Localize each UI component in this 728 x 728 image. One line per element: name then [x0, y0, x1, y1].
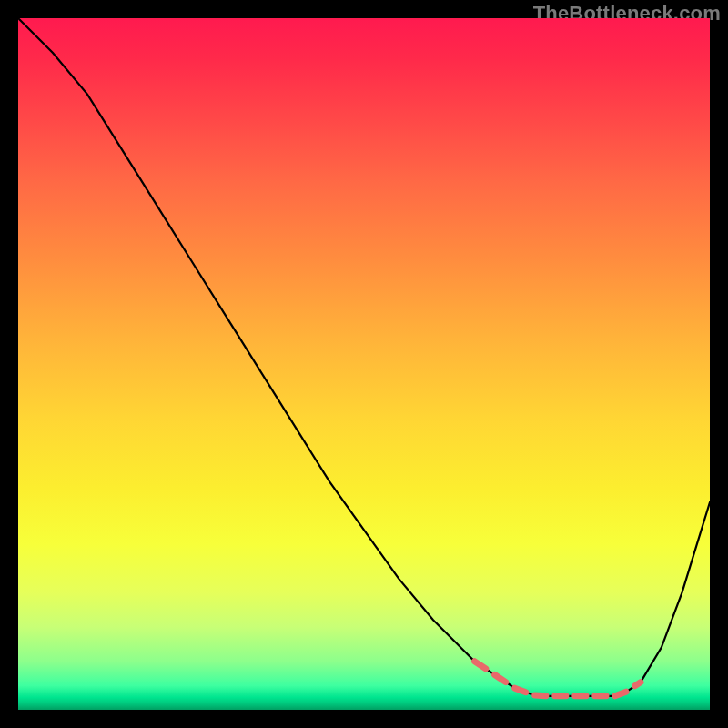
highlight-dash — [535, 695, 546, 696]
highlight-dash — [615, 692, 626, 696]
bottleneck-curve — [18, 18, 710, 696]
highlight-dash — [515, 688, 526, 693]
highlight-dashes — [475, 662, 641, 696]
highlight-dash — [475, 662, 486, 669]
curve-svg — [18, 18, 710, 710]
highlight-dash — [495, 675, 506, 682]
chart-stage: TheBottleneck.com — [0, 0, 728, 728]
highlight-dash — [635, 682, 641, 686]
plot-area — [18, 18, 710, 710]
